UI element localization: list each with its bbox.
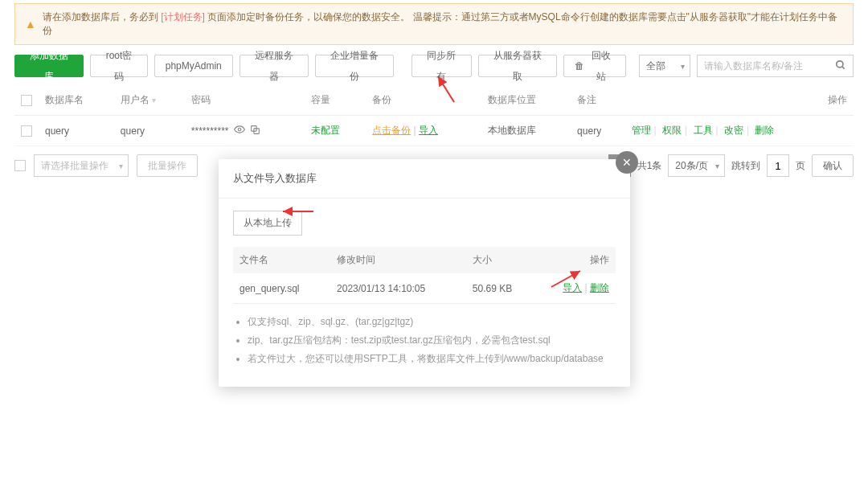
col-opt: 操作 bbox=[828, 94, 847, 105]
cell-remark[interactable]: query bbox=[577, 125, 601, 137]
notice-prefix: 请在添加数据库后，务必到 bbox=[43, 11, 158, 23]
fetch-from-server-button[interactable]: 从服务器获取 bbox=[478, 55, 557, 77]
cell-dbname[interactable]: query bbox=[45, 125, 69, 137]
action-manage[interactable]: 管理 bbox=[632, 125, 651, 136]
file-table: 文件名 修改时间 大小 操作 gen_query.sql 2023/01/13 … bbox=[233, 247, 616, 304]
filter-select-label: 全部 bbox=[646, 59, 665, 73]
recycle-bin-label: 回收站 bbox=[588, 45, 616, 87]
col-capacity: 容量 bbox=[311, 94, 330, 105]
trash-icon: 🗑 bbox=[575, 55, 584, 76]
import-link[interactable]: 导入 bbox=[419, 125, 438, 136]
file-delete-link[interactable]: 删除 bbox=[590, 282, 609, 293]
import-modal: ✕ 从文件导入数据库 从本地上传 文件名 修改时间 大小 操作 gen_quer… bbox=[219, 159, 630, 387]
copy-icon[interactable] bbox=[250, 125, 260, 137]
add-database-button[interactable]: 添加数据库 bbox=[14, 55, 84, 77]
note-3: 若文件过大，您还可以使用SFTP工具，将数据库文件上传到/www/backup/… bbox=[248, 352, 616, 366]
mcol-opt: 操作 bbox=[590, 254, 609, 265]
file-time: 2023/01/13 14:10:05 bbox=[337, 283, 425, 294]
root-password-button[interactable]: root密码 bbox=[90, 55, 147, 77]
cell-location: 本地数据库 bbox=[488, 125, 536, 136]
top-notice: ▲ 请在添加数据库后，务必到 [计划任务] 页面添加定时备份任务，以确保您的数据… bbox=[14, 3, 854, 45]
cell-password: ********** bbox=[191, 125, 229, 137]
mcol-filename: 文件名 bbox=[240, 254, 268, 265]
search-box bbox=[697, 55, 854, 77]
total-count: 共1条 bbox=[637, 159, 662, 173]
modal-title: 从文件导入数据库 bbox=[219, 159, 630, 199]
per-page-label: 20条/页 bbox=[675, 159, 708, 173]
col-password: 密码 bbox=[191, 94, 211, 105]
svg-point-0 bbox=[837, 60, 843, 67]
chevron-down-icon: ▾ bbox=[119, 162, 123, 170]
modal-notes: 仅支持sql、zip、sql.gz、(tar.gz|gz|tgz) zip、ta… bbox=[233, 315, 616, 366]
phpmyadmin-button[interactable]: phpMyAdmin bbox=[154, 55, 233, 77]
plan-task-link[interactable]: [计划任务] bbox=[161, 11, 205, 23]
col-location: 数据库位置 bbox=[488, 94, 536, 105]
action-perm[interactable]: 权限 bbox=[662, 125, 682, 136]
svg-line-1 bbox=[842, 66, 845, 68]
database-table: 数据库名 用户名▾ 密码 容量 备份 数据库位置 备注 操作 query que… bbox=[14, 85, 854, 146]
goto-label: 跳转到 bbox=[731, 159, 760, 173]
upload-local-button[interactable]: 从本地上传 bbox=[233, 211, 302, 236]
chevron-down-icon: ▾ bbox=[681, 62, 685, 71]
batch-apply-button[interactable]: 批量操作 bbox=[137, 154, 198, 177]
col-backup: 备份 bbox=[372, 94, 391, 105]
sync-all-button[interactable]: 同步所有 bbox=[411, 55, 472, 77]
file-name: gen_query.sql bbox=[240, 283, 300, 294]
warning-icon: ▲ bbox=[25, 18, 36, 31]
backup-click-link[interactable]: 点击备份 bbox=[372, 125, 411, 136]
search-icon[interactable] bbox=[835, 59, 846, 73]
recycle-bin-button[interactable]: 🗑 回收站 bbox=[563, 55, 627, 77]
action-delete[interactable]: 删除 bbox=[755, 125, 774, 136]
row-checkbox[interactable] bbox=[21, 125, 32, 137]
file-import-link[interactable]: 导入 bbox=[563, 282, 582, 293]
batch-select-placeholder: 请选择批量操作 bbox=[41, 159, 108, 173]
action-tool[interactable]: 工具 bbox=[694, 125, 713, 136]
goto-confirm-button[interactable]: 确认 bbox=[812, 154, 854, 177]
file-size: 50.69 KB bbox=[473, 283, 512, 294]
page-suffix: 页 bbox=[796, 159, 805, 173]
col-remark: 备注 bbox=[577, 94, 596, 105]
batch-checkbox[interactable] bbox=[14, 160, 26, 171]
pagination: 1 共1条 20条/页 ▾ 跳转到 页 确认 bbox=[608, 154, 854, 177]
filter-select[interactable]: 全部 ▾ bbox=[639, 55, 690, 77]
cell-user: query bbox=[121, 125, 145, 137]
eye-icon[interactable] bbox=[234, 124, 245, 137]
select-all-checkbox[interactable] bbox=[21, 95, 32, 106]
mcol-mtime: 修改时间 bbox=[337, 254, 375, 265]
action-modpwd[interactable]: 改密 bbox=[724, 125, 743, 136]
goto-page-input[interactable] bbox=[767, 154, 789, 177]
note-1: 仅支持sql、zip、sql.gz、(tar.gz|gz|tgz) bbox=[248, 315, 616, 329]
chevron-down-icon: ▾ bbox=[715, 162, 719, 170]
cell-capacity[interactable]: 未配置 bbox=[311, 125, 340, 136]
col-dbname[interactable]: 数据库名 bbox=[45, 94, 84, 105]
file-row: gen_query.sql 2023/01/13 14:10:05 50.69 … bbox=[233, 273, 616, 304]
remote-server-button[interactable]: 远程服务器 bbox=[240, 55, 309, 77]
note-2: zip、tar.gz压缩包结构：test.zip或test.tar.gz压缩包内… bbox=[248, 334, 616, 347]
search-input[interactable] bbox=[704, 60, 835, 72]
col-user[interactable]: 用户名 bbox=[121, 94, 149, 105]
toolbar: 添加数据库 root密码 phpMyAdmin 远程服务器 企业增量备份 同步所… bbox=[14, 55, 854, 77]
batch-select[interactable]: 请选择批量操作 ▾ bbox=[34, 154, 129, 177]
modal-close-button[interactable]: ✕ bbox=[616, 151, 638, 174]
mcol-size: 大小 bbox=[473, 254, 492, 265]
per-page-select[interactable]: 20条/页 ▾ bbox=[668, 154, 725, 177]
table-row: query query ********** 未配置 点击备份 bbox=[14, 116, 854, 146]
svg-point-2 bbox=[238, 128, 241, 131]
enterprise-backup-button[interactable]: 企业增量备份 bbox=[315, 55, 394, 77]
sort-caret-icon: ▾ bbox=[152, 96, 156, 105]
